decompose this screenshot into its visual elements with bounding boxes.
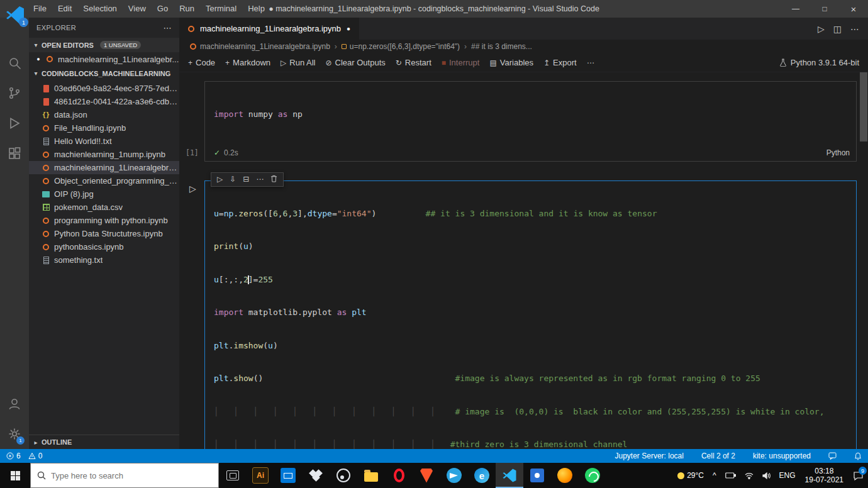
menu-edit[interactable]: Edit [52, 0, 77, 18]
task-view-button[interactable] [219, 463, 247, 488]
app-edge[interactable]: e [468, 463, 496, 488]
file-item[interactable]: Object_oriented_programming_pyth... [29, 174, 179, 187]
split-cell-icon[interactable]: ⊟ [240, 174, 252, 184]
file-item[interactable]: {} data.json [29, 108, 179, 121]
menu-file[interactable]: File [28, 0, 52, 18]
tab-notebook[interactable]: machinelearning_1Linearalgebra.ipynb ● [179, 18, 359, 40]
run-below-icon[interactable]: ⇩ [227, 174, 238, 184]
app-vscode-active[interactable] [496, 463, 523, 488]
feedback-icon[interactable] [828, 452, 837, 460]
extensions-activity-button[interactable] [0, 138, 29, 169]
file-item[interactable]: pokemon_data.csv [29, 201, 179, 214]
app-steam[interactable] [330, 463, 357, 488]
tab-modified-dot-icon[interactable]: ● [345, 25, 352, 32]
delete-cell-icon[interactable] [268, 174, 280, 185]
menu-go[interactable]: Go [152, 0, 174, 18]
run-debug-activity-button[interactable] [0, 108, 29, 138]
source-control-activity-button[interactable] [0, 78, 29, 108]
start-button[interactable] [0, 463, 30, 488]
illustrator-icon: Ai [252, 467, 269, 484]
run-cell-icon[interactable]: ▷ [214, 174, 225, 184]
vscode-logo[interactable]: 1 [5, 5, 25, 25]
file-item[interactable]: OIP (8).jpg [29, 187, 179, 201]
file-item[interactable]: something.txt [29, 253, 179, 267]
add-code-cell-button[interactable]: + Code [188, 58, 215, 67]
app-firefox[interactable] [551, 463, 579, 488]
action-center-button[interactable]: 9 [849, 463, 868, 488]
close-button[interactable]: × [839, 0, 868, 18]
weather-widget[interactable]: 29°C [673, 463, 708, 488]
file-item[interactable]: File_Handling.ipynb [29, 121, 179, 135]
account-button[interactable] [0, 389, 29, 419]
toolbar-more-button[interactable]: ⋯ [587, 58, 594, 67]
file-item[interactable]: 03ed60e9-8a82-4eec-8775-7ede7efb... [29, 82, 179, 95]
battery-icon[interactable] [721, 463, 740, 488]
file-item[interactable]: Hello World!!.txt [29, 135, 179, 148]
cell-language[interactable]: Python [826, 148, 850, 157]
app-opera[interactable] [385, 463, 413, 488]
breadcrumb-comment[interactable]: ## it is 3 dimens... [471, 42, 532, 51]
editor-more-icon[interactable]: ⋯ [850, 24, 859, 34]
file-item-selected[interactable]: machinelearning_1Linearalgebra.ipynb [29, 161, 179, 174]
app-telegram[interactable] [440, 463, 468, 488]
minimize-button[interactable]: — [781, 0, 810, 18]
outline-section[interactable]: ▸ OUTLINE [29, 435, 179, 449]
kite-status[interactable]: kite: unsupported [753, 452, 811, 460]
menu-selection[interactable]: Selection [77, 0, 122, 18]
maximize-button[interactable]: □ [810, 0, 839, 18]
input-language[interactable]: ENG [775, 463, 800, 488]
cell-more-icon[interactable]: ⋯ [253, 174, 266, 184]
variables-button[interactable]: ▤ Variables [489, 58, 533, 67]
notifications-bell-icon[interactable] [854, 452, 862, 460]
search-input[interactable] [51, 471, 196, 480]
cell-code-editor[interactable]: import numpy as np [205, 82, 856, 145]
explorer-more-icon[interactable]: ⋯ [164, 23, 172, 33]
app-dropbox[interactable] [302, 463, 330, 488]
run-editor-icon[interactable]: ▷ [818, 24, 825, 34]
menu-view[interactable]: View [123, 0, 152, 18]
volume-icon[interactable] [758, 463, 775, 488]
problems-warnings[interactable]: 0 [28, 452, 43, 460]
cell-toolbar: ▷ ⇩ ⊟ ⋯ [211, 172, 284, 187]
tray-expand-button[interactable]: ^ [708, 463, 721, 488]
app-whatsapp[interactable] [579, 463, 606, 488]
menu-terminal[interactable]: Terminal [200, 0, 242, 18]
scrollbar-thumb[interactable] [860, 72, 867, 141]
app-brave[interactable] [413, 463, 440, 488]
breadcrumb-symbol[interactable]: u=np.zeros([6,6,3],dtype="int64") [342, 42, 460, 51]
cell-code-editor[interactable]: u=np.zeros([6,6,3],dtype="int64") ## it … [205, 181, 856, 450]
network-wifi-icon[interactable] [740, 463, 758, 488]
file-item[interactable]: 4861d21e-0041-422a-a3e6-cdb522a... [29, 95, 179, 108]
search-activity-button[interactable] [0, 48, 29, 78]
workspace-section[interactable]: ▾ CODINGBLOCKS_MACHINELEARNING [29, 66, 179, 80]
restart-button[interactable]: ↻ Restart [396, 58, 431, 67]
app-mail[interactable] [274, 463, 302, 488]
file-item[interactable]: programming with python.ipynb [29, 214, 179, 227]
clear-outputs-button[interactable]: ⊘ Clear Outputs [326, 58, 386, 67]
open-editor-item[interactable]: ● machinelearning_1Linearalgebr... [29, 52, 179, 66]
file-item[interactable]: Python Data Structutres.ipynb [29, 227, 179, 240]
clock[interactable]: 03:18 19-07-2021 [800, 467, 849, 484]
interrupt-button[interactable]: ■ Interrupt [442, 58, 480, 67]
export-button[interactable]: ↥ Export [543, 58, 577, 67]
app-file-explorer[interactable] [357, 463, 385, 488]
problems-errors[interactable]: 6 [6, 452, 21, 460]
open-editors-section[interactable]: ▾ OPEN EDITORS 1 UNSAVED [29, 38, 179, 52]
file-item[interactable]: machienlearning_1nump.ipynb [29, 148, 179, 161]
menu-run[interactable]: Run [174, 0, 200, 18]
breadcrumb: machinelearning_1Linearalgebra.ipynb › u… [179, 40, 868, 53]
app-photos[interactable] [523, 463, 551, 488]
split-editor-icon[interactable]: ◫ [833, 24, 842, 34]
run-cell-button[interactable]: ▷ [189, 184, 196, 194]
kernel-picker[interactable]: Python 3.9.1 64-bit [779, 58, 859, 67]
menu-help[interactable]: Help [242, 0, 270, 18]
add-markdown-cell-button[interactable]: + Markdown [225, 58, 270, 67]
taskbar-search[interactable] [30, 463, 219, 488]
jupyter-server-status[interactable]: Jupyter Server: local [615, 452, 684, 460]
cell-indicator[interactable]: Cell 2 of 2 [701, 452, 735, 460]
settings-gear-button[interactable]: 1 [0, 419, 29, 449]
breadcrumb-file[interactable]: machinelearning_1Linearalgebra.ipynb [189, 42, 330, 52]
file-item[interactable]: pythonbasics.ipynb [29, 240, 179, 253]
app-illustrator[interactable]: Ai [247, 463, 274, 488]
run-all-button[interactable]: ▷ Run All [281, 58, 315, 67]
